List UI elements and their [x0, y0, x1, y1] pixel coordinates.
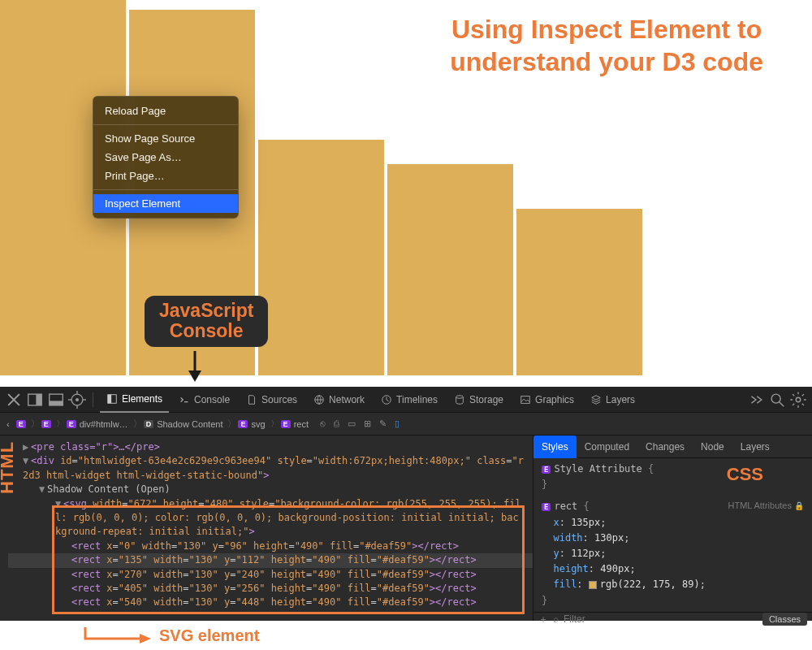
- tab-sources-label: Sources: [261, 394, 297, 405]
- arrow-down-icon: [179, 351, 211, 384]
- ctx-save-page-as[interactable]: Save Page As…: [93, 148, 238, 167]
- chevrons-icon[interactable]: [747, 391, 765, 409]
- tab-console-label: Console: [194, 394, 230, 405]
- svg-marker-21: [140, 634, 151, 644]
- crumb-label: rect: [294, 419, 309, 429]
- device-icon[interactable]: ▭: [348, 418, 356, 429]
- crumb-item[interactable]: E: [15, 420, 31, 428]
- classes-button[interactable]: Classes: [762, 613, 807, 626]
- dom-line-svg[interactable]: ▼<svg width="672" height="480" style="ba…: [8, 497, 533, 540]
- elements-icon: [106, 393, 118, 405]
- dom-rect-line[interactable]: <rect x="540" width="130" y="448" height…: [8, 596, 533, 609]
- graphics-icon: [520, 394, 531, 405]
- ctx-print-page[interactable]: Print Page…: [93, 167, 238, 185]
- network-icon: [313, 394, 325, 405]
- arrow-right-icon: [81, 626, 154, 645]
- devtools-panel: Elements Console Sources Network Timelin…: [0, 387, 812, 621]
- svg-point-7: [76, 397, 79, 401]
- dom-rect-line[interactable]: <rect x="0" width="130" y="96" height="4…: [8, 540, 533, 553]
- svg-rect-3: [36, 394, 41, 405]
- svg-line-19: [780, 401, 784, 406]
- lock-icon: 🔒: [794, 501, 804, 510]
- ctx-reload-page[interactable]: Reload Page: [93, 102, 238, 120]
- crumb-label: svg: [251, 419, 265, 429]
- tab-layers[interactable]: Layers: [584, 387, 641, 413]
- add-rule-icon[interactable]: ＋: [538, 613, 548, 626]
- dom-tree[interactable]: HTML ▶<pre class="r">…</pre> ▼<div id="h…: [0, 436, 533, 621]
- css-side-label: CSS: [727, 460, 763, 488]
- ctx-inspect-element[interactable]: Inspect Element: [93, 194, 238, 213]
- gear-icon[interactable]: [789, 391, 807, 409]
- svg-point-16: [456, 395, 464, 398]
- tab-graphics[interactable]: Graphics: [513, 387, 581, 413]
- ctx-separator: [93, 189, 238, 190]
- dom-line[interactable]: ▶<pre class="r">…</pre>: [8, 440, 533, 454]
- svg-element-callout: SVG element: [81, 626, 259, 645]
- context-menu: Reload Page Show Page Source Save Page A…: [93, 96, 239, 219]
- styles-tab-layers[interactable]: Layers: [732, 436, 778, 458]
- style-rule-style-attr[interactable]: EStyle Attribute { } CSS: [533, 458, 812, 496]
- storage-icon: [454, 394, 465, 405]
- color-swatch[interactable]: [589, 581, 597, 589]
- print-icon[interactable]: ⎙: [334, 418, 339, 429]
- timelines-icon: [381, 394, 392, 405]
- svg-element-label: SVG element: [159, 626, 259, 645]
- tab-storage[interactable]: Storage: [447, 387, 510, 413]
- element-picker-icon[interactable]: [68, 391, 86, 409]
- crumb-item[interactable]: Esvg: [236, 419, 270, 429]
- layers-icon: [590, 394, 602, 405]
- styles-tab-node[interactable]: Node: [693, 436, 732, 458]
- dom-rect-line-selected[interactable]: <rect x="135" width="130" y="112" height…: [8, 553, 533, 567]
- svg-rect-13: [108, 394, 111, 403]
- dom-rect-line[interactable]: <rect x="405" width="130" y="256" height…: [8, 582, 533, 596]
- styles-panel: Styles Computed Changes Node Layers ESty…: [533, 436, 812, 621]
- style-rule-rect[interactable]: HTML Attributes 🔒 Erect { x: 135px; widt…: [533, 496, 812, 611]
- crumb-item[interactable]: Ediv#htmlw…: [65, 419, 133, 429]
- tab-sources[interactable]: Sources: [240, 387, 304, 413]
- bar-6: [516, 323, 642, 375]
- tab-graphics-label: Graphics: [535, 394, 574, 405]
- dom-line-shadow[interactable]: ▼Shadow Content (Open): [8, 483, 533, 496]
- crumb-item[interactable]: DShadow Content: [142, 419, 228, 429]
- ctx-show-page-source[interactable]: Show Page Source: [93, 129, 238, 148]
- svg-point-18: [771, 394, 780, 403]
- ctx-separator: [93, 124, 238, 125]
- tab-elements-label: Elements: [122, 393, 162, 405]
- force-state-icon[interactable]: ⎋: [320, 418, 326, 429]
- styles-tab-bar: Styles Computed Changes Node Layers: [533, 436, 812, 458]
- filter-icon: ⌕: [553, 613, 559, 625]
- bar-4: [387, 164, 513, 375]
- dom-line[interactable]: ▼<div id="htmlwidget-63e4e2c629e9c963ee9…: [8, 454, 533, 483]
- styles-tab-styles[interactable]: Styles: [533, 436, 577, 458]
- styles-filter-input[interactable]: [564, 613, 758, 625]
- styles-filter-row: ＋ ⌕ Classes: [533, 612, 812, 626]
- crumb-item[interactable]: Erect: [279, 419, 313, 429]
- tab-storage-label: Storage: [469, 394, 503, 405]
- styles-tab-changes[interactable]: Changes: [637, 436, 693, 458]
- dom-rect-line[interactable]: <rect x="270" width="130" y="240" height…: [8, 568, 533, 582]
- sources-icon: [246, 394, 257, 405]
- tab-timelines[interactable]: Timelines: [374, 387, 444, 413]
- close-icon[interactable]: [5, 391, 23, 409]
- crumb-label: Shadow Content: [157, 419, 222, 429]
- devtools-breadcrumb: ‹ E 〉 E 〉 Ediv#htmlw… 〉 DShadow Content …: [0, 413, 812, 436]
- svg-rect-5: [50, 401, 63, 405]
- tab-elements[interactable]: Elements: [100, 387, 169, 413]
- devtools-body: HTML ▶<pre class="r">…</pre> ▼<div id="h…: [0, 436, 812, 621]
- console-icon: [179, 394, 190, 405]
- tab-network[interactable]: Network: [307, 387, 371, 413]
- tab-timelines-label: Timelines: [396, 394, 438, 405]
- dock-side-icon[interactable]: [26, 391, 44, 409]
- grid-icon[interactable]: ⊞: [364, 418, 371, 429]
- styles-tab-computed[interactable]: Computed: [577, 436, 637, 458]
- crumb-chevron-left[interactable]: ‹: [5, 419, 15, 429]
- tab-layers-label: Layers: [606, 394, 635, 405]
- tab-console[interactable]: Console: [172, 387, 236, 413]
- paintbrush-icon[interactable]: ✎: [379, 418, 387, 429]
- search-icon[interactable]: [768, 391, 786, 409]
- dock-bottom-icon[interactable]: [47, 391, 65, 409]
- svg-rect-17: [521, 396, 530, 403]
- crumb-item[interactable]: E: [40, 420, 56, 428]
- compositing-icon[interactable]: ▯: [395, 418, 400, 429]
- crumb-toolbar: ⎋ ⎙ ▭ ⊞ ✎ ▯: [320, 418, 400, 429]
